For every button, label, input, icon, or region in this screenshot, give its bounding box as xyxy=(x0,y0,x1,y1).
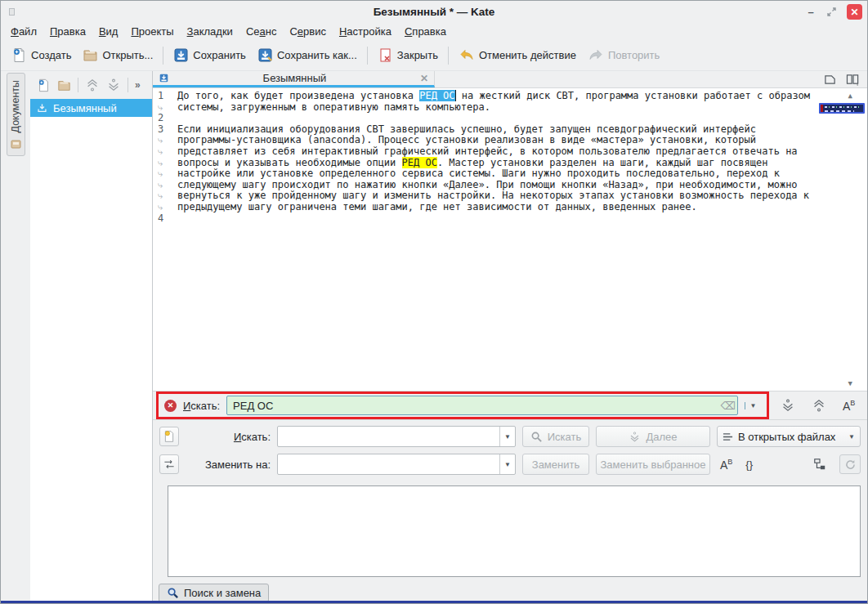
new-search-tab-button[interactable] xyxy=(159,427,179,446)
search-icon xyxy=(530,431,543,443)
redo-button-label: Повторить xyxy=(608,49,660,61)
maximize-button[interactable] xyxy=(826,7,837,17)
replace-combobox[interactable]: ▼ xyxy=(277,454,516,475)
line-text: предыдущему шагу ограничена теми шагами,… xyxy=(174,202,697,213)
search-results-area[interactable] xyxy=(168,485,861,577)
menu-item[interactable]: Проекты xyxy=(124,25,180,38)
documents-toolview-tab[interactable]: Документы xyxy=(7,73,25,156)
wrap-indicator: ⤷ xyxy=(156,135,174,146)
search-history-dropdown[interactable]: ▼ xyxy=(745,402,761,409)
replace-input[interactable] xyxy=(278,454,499,474)
menubar: Файл Правка Вид Проекты Закладки Сеанс С… xyxy=(1,23,867,40)
sidebar-overflow-button[interactable]: » xyxy=(135,79,141,91)
new-search-tab-icon xyxy=(163,430,176,443)
line-text: настройке или установке определенного се… xyxy=(174,168,780,180)
clear-search-icon[interactable]: ⌫ xyxy=(719,396,737,414)
save-button[interactable]: Сохранить xyxy=(168,44,252,66)
search-replace-toggle-button[interactable]: Поиск и замена xyxy=(159,584,269,602)
open-button[interactable]: Открыть... xyxy=(77,44,159,66)
redo-button[interactable]: Повторить xyxy=(582,44,665,67)
undo-button[interactable]: Отменить действие xyxy=(453,44,582,67)
editor-line: ⤷следующему шагу происходит по нажатию к… xyxy=(156,180,867,191)
scrollbar-up-icon[interactable]: ▲ xyxy=(848,92,852,100)
new-tab-icon[interactable] xyxy=(824,74,836,86)
panel-search-input[interactable] xyxy=(278,427,499,446)
sidebar-open-icon[interactable] xyxy=(57,78,71,92)
search-replace-toggle-label: Поиск и замена xyxy=(184,587,261,599)
replace-label: Заменить на: xyxy=(187,459,271,471)
menu-item[interactable]: Файл xyxy=(4,25,43,38)
editor-lines: 1До того, как будет произведена установк… xyxy=(153,88,867,224)
switch-icon xyxy=(163,458,176,471)
next-document-icon[interactable] xyxy=(106,78,121,92)
save-as-button[interactable]: Сохранить как... xyxy=(252,44,363,66)
expand-results-icon[interactable] xyxy=(813,458,826,471)
switch-search-mode-button[interactable] xyxy=(159,454,179,474)
toolbar-separator xyxy=(163,47,163,65)
minimize-button[interactable]: – xyxy=(805,6,817,18)
menu-item[interactable]: Правка xyxy=(43,25,92,38)
scope-dropdown-icon: ▼ xyxy=(848,433,855,441)
wrap-indicator: ⤷ xyxy=(156,202,174,213)
previous-document-icon[interactable] xyxy=(85,78,100,92)
search-input[interactable] xyxy=(227,396,719,414)
panel-find-button[interactable]: Искать xyxy=(522,426,589,447)
replace-dropdown-icon[interactable]: ▼ xyxy=(499,454,515,474)
menu-item[interactable]: Вид xyxy=(92,25,125,38)
find-next-icon[interactable] xyxy=(781,398,795,413)
toolview-strip: Документы xyxy=(1,71,30,602)
main-toolbar: Создать Открыть... Сохранить Сохранить к… xyxy=(1,40,867,71)
close-document-icon xyxy=(378,47,393,63)
sidebar-new-document-icon[interactable] xyxy=(37,78,51,92)
document-list-item[interactable]: Безымянный xyxy=(30,99,152,117)
close-search-icon[interactable]: ✕ xyxy=(164,400,177,412)
wrap-indicator: ⤷ xyxy=(156,146,174,158)
replace-button[interactable]: Заменить xyxy=(522,454,589,475)
bottom-toolview-bar: Поиск и замена xyxy=(153,577,867,602)
scrollbar-down-icon[interactable]: ▼ xyxy=(848,379,852,387)
search-scope-combobox[interactable]: В открытых файлах ▼ xyxy=(717,426,861,447)
scrollbar-minimap[interactable] xyxy=(819,103,865,114)
incremental-search-bar: ✕ Искать: ⌫ ▼ AB xyxy=(153,391,867,419)
new-button[interactable]: Создать xyxy=(6,44,77,66)
tabbar: Безымянный ✕ xyxy=(153,71,867,88)
panel-search-combobox[interactable]: ▼ xyxy=(277,426,516,447)
tab-title: Безымянный xyxy=(169,72,420,84)
search-match-match: РЕД ОС xyxy=(402,157,437,168)
menu-item[interactable]: Сеанс xyxy=(239,25,284,38)
split-view-icon[interactable] xyxy=(846,74,860,86)
find-previous-icon[interactable] xyxy=(812,398,826,413)
close-document-button[interactable]: Закрыть xyxy=(372,44,444,66)
menu-item[interactable]: Справка xyxy=(398,25,453,38)
text-segment: вернуться к уже пройденному шагу и измен… xyxy=(177,190,809,201)
panel-match-case-toggle[interactable]: AB xyxy=(720,458,732,472)
document-tab[interactable]: Безымянный ✕ xyxy=(153,71,435,87)
documents-sidebar: » Безымянный xyxy=(30,71,153,602)
search-replace-icon xyxy=(167,587,179,599)
wrap-indicator: ⤷ xyxy=(156,180,174,191)
panel-next-button[interactable]: Далее xyxy=(596,426,710,447)
search-match-selection: РЕД ОС xyxy=(419,90,455,101)
panel-next-button-label: Далее xyxy=(646,431,677,443)
search-scope-value: В открытых файлах xyxy=(738,431,835,443)
wrap-indicator: ⤷ xyxy=(156,168,174,180)
editor-line: ⤷настройке или установке определенного с… xyxy=(156,168,867,180)
panel-find-button-label: Искать xyxy=(548,431,582,443)
menu-item[interactable]: Настройка xyxy=(333,25,398,38)
placeholders-toggle[interactable]: {} xyxy=(745,459,753,471)
line-text: системы, загруженным в оперативную памят… xyxy=(174,102,490,114)
text-segment: на жесткий диск СВТ, программа установки… xyxy=(456,90,810,101)
menu-item[interactable]: Закладки xyxy=(181,25,239,38)
editor-line: ⤷вернуться к уже пройденному шагу и изме… xyxy=(156,190,867,202)
close-button[interactable]: ✕ xyxy=(847,4,862,20)
panel-search-dropdown-icon[interactable]: ▼ xyxy=(499,427,515,446)
modified-lines-marker xyxy=(821,105,823,112)
refresh-search-button[interactable] xyxy=(839,454,861,474)
replace-checked-button-label: Заменить выбранное xyxy=(600,459,705,471)
replace-checked-button[interactable]: Заменить выбранное xyxy=(596,454,710,475)
menu-item[interactable]: Сервис xyxy=(283,25,333,38)
text-editor[interactable]: 1До того, как будет произведена установк… xyxy=(153,88,867,391)
match-case-toggle[interactable]: AB xyxy=(843,399,855,413)
tab-close-icon[interactable]: ✕ xyxy=(420,73,428,84)
line-text xyxy=(174,113,177,124)
